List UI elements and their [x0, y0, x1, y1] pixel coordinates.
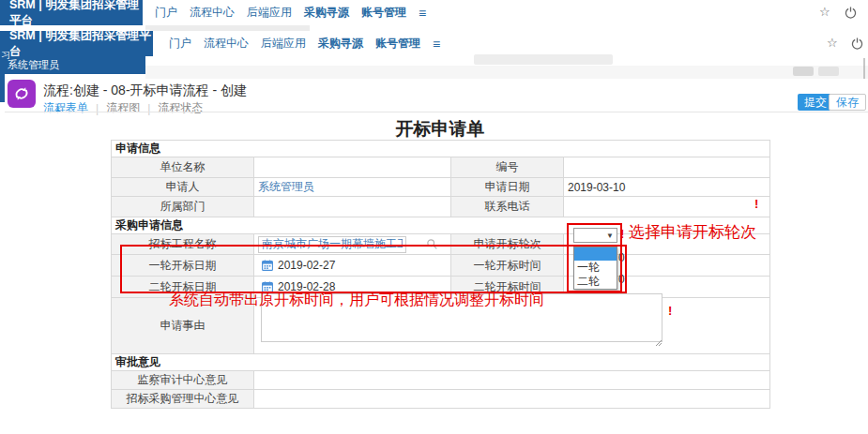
resize-handle-icon[interactable]: [655, 334, 662, 351]
save-button[interactable]: 保存: [829, 94, 866, 111]
field-label-phone: 联系电话: [451, 197, 564, 217]
field-label-procurement-opinion: 招标采购管理中心意见: [112, 390, 254, 409]
topbar-2: SRM | 明发集团招采管理平台 门户 流程中心 后端应用 采购寻源 账号管理 …: [0, 31, 868, 56]
header-divider: [5, 112, 868, 112]
application-form-table: 申请信息 单位名称 编号 申请人 系统管理员 申请日期 2019-03-10 所…: [111, 140, 770, 409]
table-row: 监察审计中心意见: [112, 371, 770, 390]
field-label-applicant: 申请人: [112, 178, 254, 197]
underlying-text-smudge: [474, 54, 613, 65]
chevron-down-icon: ▼: [606, 232, 614, 240]
tab-process-status[interactable]: 流程状态: [158, 100, 203, 116]
table-row: 一轮开标日期 2019-02-27 一轮开标时间: [112, 255, 770, 277]
favorite-star-icon-2[interactable]: ☆: [827, 37, 838, 49]
round-select[interactable]: ▼: [573, 228, 617, 243]
round2-time-fragment: 0: [618, 273, 625, 286]
required-mark-round: !: [620, 227, 624, 241]
table-row: 招标采购管理中心意见: [112, 390, 770, 409]
field-label-unit-name: 单位名称: [112, 157, 254, 178]
tab-process-diagram[interactable]: 流程图: [106, 100, 140, 116]
sidebar-remnant: 系统管理员: [0, 56, 145, 74]
favorite-star-icon[interactable]: ☆: [819, 6, 830, 18]
topbar-1: SRM | 明发集团招采管理平台 门户 流程中心 后端应用 采购寻源 账号管理 …: [0, 0, 868, 25]
clipped-text-fragment: 习: [1, 49, 10, 62]
nav-account-mgmt[interactable]: 账号管理: [361, 5, 406, 21]
annotation-select-round: 选择申请开标轮次: [629, 221, 756, 243]
process-tabs: 流程表单 | 流程图 | 流程状态: [43, 100, 203, 116]
process-title: 流程:创建 - 08-开标申请流程 - 创建: [43, 82, 247, 99]
dropdown-option-empty[interactable]: [574, 247, 617, 261]
nav-process-center-2[interactable]: 流程中心: [204, 36, 249, 52]
section-title-application-info: 申请信息: [112, 141, 770, 157]
nav-sourcing-2[interactable]: 采购寻源: [318, 36, 363, 52]
field-label-round1-date: 一轮开标日期: [112, 255, 254, 277]
brand-text-2: SRM | 明发集团招采管理平台: [9, 28, 153, 60]
nav-backend-apps[interactable]: 后端应用: [247, 5, 292, 21]
nav-account-mgmt-2[interactable]: 账号管理: [375, 36, 420, 52]
nav-process-center[interactable]: 流程中心: [190, 5, 235, 21]
brand-logo: SRM | 明发集团招采管理平台: [0, 0, 143, 25]
round-dropdown-list: 一轮 二轮: [573, 247, 617, 290]
field-label-number: 编号: [451, 157, 564, 178]
round1-time-fragment: 0: [618, 251, 625, 264]
tab-separator: |: [96, 102, 99, 115]
tab-separator: |: [147, 102, 150, 115]
field-value-audit-opinion: [254, 371, 770, 390]
round1-date-value: 2019-02-27: [278, 259, 335, 272]
table-row: 所属部门 联系电话: [112, 197, 770, 217]
calendar-icon[interactable]: [262, 260, 273, 271]
field-label-audit-opinion: 监察审计中心意见: [112, 371, 254, 390]
sidebar-user-label: 系统管理员: [8, 58, 59, 72]
nav-portal-2[interactable]: 门户: [169, 36, 191, 52]
process-flow-icon: [8, 80, 36, 108]
annotation-auto-time: 系统自动带出原开标时间，用户可根据情况调整开标时间: [169, 291, 544, 310]
ghost-button: [818, 67, 839, 76]
ghost-button: [793, 67, 814, 76]
power-logout-icon[interactable]: [845, 6, 857, 22]
brand-logo-2: SRM | 明发集团招采管理平台: [0, 31, 153, 56]
dropdown-option-round1[interactable]: 一轮: [574, 261, 617, 275]
power-logout-icon-2[interactable]: [851, 37, 863, 53]
main-nav-2: 门户 流程中心 后端应用 采购寻源 账号管理 ≡: [169, 31, 440, 56]
dropdown-option-round2[interactable]: 二轮: [574, 275, 617, 289]
field-label-project-name: 招标工程名称: [112, 234, 254, 255]
field-value-unit-name: [254, 157, 451, 178]
field-value-applicant: 系统管理员: [254, 178, 451, 197]
field-value-apply-date: 2019-03-10: [564, 178, 770, 197]
field-value-department: [254, 197, 451, 217]
tab-process-form[interactable]: 流程表单: [43, 100, 88, 116]
hamburger-menu-icon[interactable]: ≡: [419, 6, 426, 21]
search-icon[interactable]: [426, 238, 438, 250]
table-row: 申请人 系统管理员 申请日期 2019-03-10: [112, 178, 770, 197]
field-label-round: 申请开标轮次: [451, 234, 564, 255]
nav-portal[interactable]: 门户: [155, 5, 177, 21]
project-name-input[interactable]: [258, 236, 406, 253]
field-value-phone: [564, 197, 770, 217]
field-label-round1-time: 一轮开标时间: [451, 255, 564, 277]
field-value-number: [564, 157, 770, 178]
section-title-approval: 审批意见: [112, 354, 770, 371]
field-label-apply-date: 申请日期: [451, 178, 564, 197]
underlying-window-bar: [145, 66, 868, 80]
field-value-procurement-opinion: [254, 390, 770, 409]
table-row: 单位名称 编号: [112, 157, 770, 178]
required-mark-reason: !: [668, 304, 672, 318]
brand-text: SRM | 明发集团招采管理平台: [9, 0, 143, 29]
form-title: 开标申请单: [111, 117, 769, 142]
field-label-department: 所属部门: [112, 197, 254, 217]
hamburger-menu-icon-2[interactable]: ≡: [433, 37, 440, 52]
main-nav-1: 门户 流程中心 后端应用 采购寻源 账号管理 ≡: [155, 0, 426, 25]
nav-backend-apps-2[interactable]: 后端应用: [261, 36, 306, 52]
nav-sourcing[interactable]: 采购寻源: [304, 5, 349, 21]
required-mark-phone: !: [754, 197, 758, 211]
